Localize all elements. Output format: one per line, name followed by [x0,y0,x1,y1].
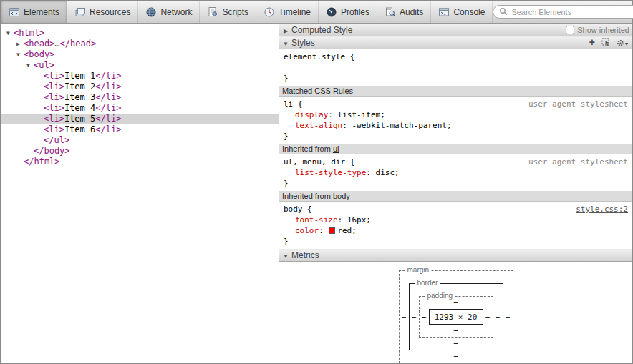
rule-selector[interactable]: element.style { [284,51,354,62]
elements-icon [9,6,20,18]
border-bottom-value[interactable]: − [410,338,503,350]
tab-console[interactable]: Console [431,1,493,23]
audits-icon [385,6,396,18]
dom-tree-row[interactable]: <li>Item 3</li> [1,92,279,103]
inherited-node-link[interactable]: ul [333,144,339,153]
css-property[interactable]: text-align: -webkit-match-parent; [284,120,628,131]
dom-text: Item 4 [64,103,95,113]
search-box[interactable] [493,5,633,19]
dom-tree-row[interactable]: ▼<html> [1,28,279,39]
dom-text: Item 3 [64,92,95,102]
dom-tag: </li> [95,71,121,81]
tab-profiles[interactable]: Profiles [319,1,377,23]
tab-label: Scripts [222,7,248,17]
dom-tag: <html> [14,28,44,38]
dom-tree-row[interactable]: ▶<head>…</head> [1,39,279,49]
dom-tree-row[interactable]: <li>Item 1</li> [1,71,279,82]
rules-section-header: Inherited from ul [279,144,632,154]
expanded-arrow-icon[interactable] [282,38,289,48]
stylesheet-link[interactable]: style.css:2 [576,204,628,215]
show-inherited-label: Show inherited [577,26,629,34]
console-icon [438,6,450,18]
expanded-arrow-icon[interactable]: ▼ [6,28,14,39]
dom-tree-row[interactable]: <li>Item 6</li> [1,124,279,135]
rule-selector[interactable]: ul, menu, dir { [284,157,354,167]
padding-left-value[interactable]: − [420,309,429,325]
dom-tag: <li> [44,82,64,92]
inherited-node-link[interactable]: body [333,192,350,200]
rule-close-brace: } [284,73,628,84]
css-property[interactable]: font-size: 16px; [284,215,628,225]
stylesheet-origin: user agent stylesheet [528,157,628,167]
tab-scripts[interactable]: Scripts [200,1,256,23]
search-input[interactable] [511,8,633,16]
new-style-rule-button[interactable] [589,38,595,48]
dom-text: Item 2 [64,82,95,92]
element-state-button[interactable] [601,38,610,49]
margin-right-value[interactable]: − [503,283,513,350]
dom-tree-row[interactable]: <li>Item 2</li> [1,82,279,92]
margin-left-value[interactable]: − [400,283,409,350]
gear-icon[interactable] [617,38,628,48]
metrics-margin-box[interactable]: margin − − border − − padding − [399,270,513,363]
show-inherited-checkbox[interactable] [566,26,574,34]
styles-pane-header[interactable]: Styles [279,36,632,49]
dom-tag: <li> [44,71,64,81]
margin-bottom-value[interactable]: − [400,350,513,363]
styles-header-buttons [589,38,629,49]
padding-bottom-value[interactable]: − [420,325,493,337]
devtools-content: ▼<html>▶<head>…</head>▼<body>▼<ul><li>It… [1,24,632,363]
tab-audits[interactable]: Audits [377,1,431,23]
computed-style-pane-header[interactable]: Computed Style Show inherited [279,24,632,36]
tab-label: Audits [400,7,423,17]
metrics-title: Metrics [291,250,319,260]
element-style-rule: element.style { } [279,49,632,86]
css-property[interactable]: list-style-type: disc; [284,167,628,178]
tab-network[interactable]: Network [138,1,200,23]
dom-tree-row[interactable]: </html> [1,157,279,167]
empty-declaration-area[interactable] [284,62,628,73]
dom-text: Item 5 [64,114,95,124]
tab-timeline[interactable]: Timeline [256,1,319,23]
border-left-value[interactable]: − [410,296,419,338]
stylesheet-origin: user agent stylesheet [528,99,628,109]
metrics-border-box[interactable]: border − − padding − − 1293 × 20 [409,283,503,350]
dom-tree-row[interactable]: </body> [1,146,279,157]
expanded-arrow-icon[interactable] [282,250,289,260]
tab-label: Elements [24,7,59,17]
tab-elements[interactable]: Elements [1,1,67,23]
css-property[interactable]: color: red; [284,225,628,236]
css-property[interactable]: display: list-item; [284,109,628,120]
border-right-value[interactable]: − [493,296,503,338]
metrics-pane-header[interactable]: Metrics [279,249,632,262]
expanded-arrow-icon[interactable]: ▼ [16,49,24,60]
dom-tree-row[interactable]: ▼<body> [1,49,279,60]
rule-selector[interactable]: li { [284,99,303,109]
dom-tag: <li> [44,124,64,134]
tab-label: Timeline [279,7,311,17]
rule-selector[interactable]: body { [284,204,312,215]
collapsed-arrow-icon[interactable]: ▶ [16,39,24,49]
show-inherited-toggle[interactable]: Show inherited [566,26,629,34]
margin-label: margin [405,266,432,274]
dom-tree-row[interactable]: ▼<ul> [1,60,279,71]
network-icon [145,6,157,18]
dom-tag: </li> [95,124,121,134]
tab-resources[interactable]: Resources [67,1,138,23]
styles-title: Styles [291,38,315,48]
expanded-arrow-icon[interactable]: ▼ [26,60,34,71]
padding-label: padding [425,292,455,300]
dom-tag: <li> [44,92,64,102]
padding-right-value[interactable]: − [483,309,493,325]
metrics-padding-box[interactable]: padding − − 1293 × 20 − − [419,296,493,338]
dom-tree-row[interactable]: <li>Item 5</li> [1,114,279,124]
css-rule: ul, menu, dir {user agent stylesheetlist… [279,154,632,191]
collapsed-arrow-icon[interactable] [282,25,289,35]
dom-tree-row[interactable]: <li>Item 4</li> [1,103,279,114]
dom-tag: </body> [34,146,70,156]
color-swatch-icon[interactable] [329,227,335,234]
scripts-icon [207,6,218,18]
dom-tree-row[interactable]: </ul> [1,135,279,146]
rule-close-brace: } [284,178,628,189]
metrics-content-box[interactable]: 1293 × 20 [429,309,483,325]
